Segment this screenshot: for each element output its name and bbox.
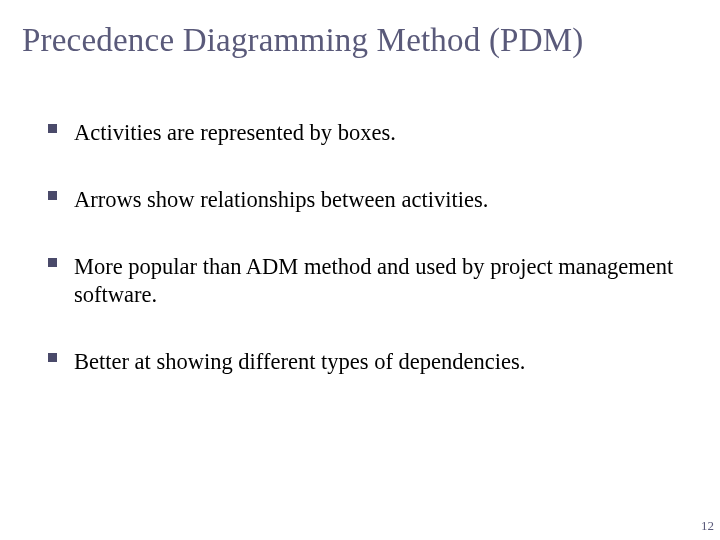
bullet-icon: [48, 124, 57, 133]
bullet-text: Better at showing different types of dep…: [74, 349, 525, 374]
bullet-text: Activities are represented by boxes.: [74, 120, 396, 145]
bullet-icon: [48, 353, 57, 362]
bullet-icon: [48, 191, 57, 200]
bullet-text: More popular than ADM method and used by…: [74, 254, 673, 308]
page-title: Precedence Diagramming Method (PDM): [0, 0, 720, 59]
list-item: Arrows show relationships between activi…: [48, 186, 680, 215]
bullet-icon: [48, 258, 57, 267]
bullet-text: Arrows show relationships between activi…: [74, 187, 488, 212]
bullet-list: Activities are represented by boxes. Arr…: [0, 59, 720, 377]
slide: Precedence Diagramming Method (PDM) Acti…: [0, 0, 720, 540]
list-item: Better at showing different types of dep…: [48, 348, 680, 377]
list-item: More popular than ADM method and used by…: [48, 253, 680, 311]
page-number: 12: [701, 518, 714, 534]
list-item: Activities are represented by boxes.: [48, 119, 680, 148]
